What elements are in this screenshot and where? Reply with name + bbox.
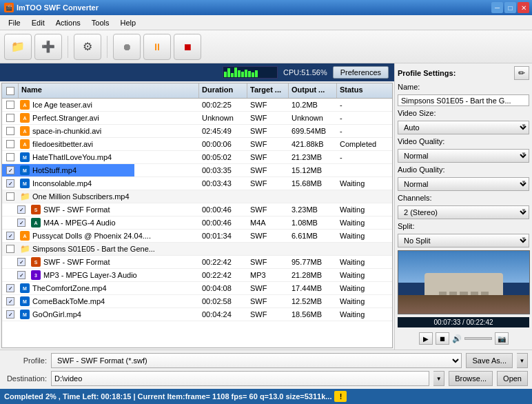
save-as-button[interactable]: Save As... [466, 353, 513, 368]
preview-scene [398, 251, 529, 314]
row-checkbox[interactable] [2, 232, 19, 240]
table-row[interactable]: 3 MP3 - MPEG Layer-3 Audio 00:22:42 MP3 … [2, 269, 392, 282]
file-output: 6.61MB [289, 231, 337, 241]
toolbar-open-button[interactable]: 📁 [4, 34, 32, 60]
file-output [289, 196, 337, 197]
table-row[interactable]: M GoOnGirl.mp4 00:04:24 SWF 18.56MB Wait… [2, 308, 392, 321]
row-checkbox[interactable] [2, 310, 19, 319]
table-row[interactable]: S SWF - SWF Format 00:22:42 SWF 95.77MB … [2, 256, 392, 269]
table-row-folder[interactable]: 📁 Simpsons S01E05 - Bart the Gene... [2, 243, 392, 256]
save-as-arrow-button[interactable]: ▼ [517, 353, 528, 368]
transport-controls: ▶ ⏹ 🔊 📷 [398, 330, 529, 347]
file-status: Waiting [337, 218, 392, 228]
menu-actions[interactable]: Actions [50, 17, 86, 28]
destination-input[interactable] [51, 371, 429, 386]
menu-file[interactable]: File [3, 17, 26, 28]
file-status: Waiting [337, 270, 392, 280]
edit-profile-button[interactable]: ✏ [514, 66, 529, 80]
file-duration: 00:22:42 [199, 257, 247, 267]
toolbar-pause-button[interactable]: ⏸ [143, 34, 171, 60]
split-label: Split: [398, 222, 529, 230]
toolbar-options-button[interactable]: ⚙ [74, 34, 101, 60]
row-checkbox[interactable] [2, 114, 19, 122]
menu-help[interactable]: Help [114, 17, 141, 28]
row-checkbox[interactable] [2, 245, 19, 253]
destination-row: Destination: ▼ Browse... Open [4, 371, 528, 386]
file-target: SWF [247, 179, 289, 188]
play-button[interactable]: ▶ [419, 332, 433, 345]
cpu-segment [234, 68, 237, 77]
destination-arrow-button[interactable]: ▼ [433, 371, 444, 386]
col-header-check[interactable] [2, 83, 19, 98]
row-checkbox[interactable] [2, 140, 19, 148]
row-checkbox[interactable] [2, 153, 19, 161]
table-row[interactable]: S SWF - SWF Format 00:00:46 SWF 3.23MB W… [2, 203, 392, 216]
video-size-select[interactable]: Auto [398, 121, 529, 134]
file-output: 15.68MB [289, 179, 337, 188]
file-duration: 00:00:46 [199, 218, 247, 228]
toolbar-record-button[interactable]: ⏺ [113, 34, 141, 60]
file-duration [199, 196, 247, 197]
file-output: Unknown [289, 113, 337, 123]
row-checkbox[interactable] [2, 101, 19, 109]
cpu-segment [255, 70, 258, 78]
volume-icon: 🔊 [452, 334, 462, 343]
table-row[interactable]: M ComeBackToMe.mp4 00:02:58 SWF 12.52MB … [2, 295, 392, 308]
row-checkbox[interactable] [2, 166, 19, 174]
row-checkbox[interactable] [13, 271, 30, 279]
minimize-button[interactable]: ─ [491, 2, 503, 13]
table-row[interactable]: A M4A - MPEG-4 Audio 00:00:46 M4A 1.08MB… [2, 216, 392, 230]
open-button[interactable]: Open [497, 371, 528, 386]
row-checkbox[interactable] [13, 205, 30, 214]
split-select[interactable]: No Split [398, 234, 529, 248]
preferences-button[interactable]: Preferences [333, 66, 389, 79]
channels-select[interactable]: 2 (Stereo) [398, 205, 529, 219]
row-checkbox[interactable] [2, 127, 19, 135]
profile-row: Profile: SWF - SWF Format (*.swf) Save A… [4, 353, 528, 368]
file-type-icon: M [19, 310, 31, 319]
table-row[interactable]: M HateThatILoveYou.mp4 00:05:02 SWF 21.2… [2, 151, 392, 164]
table-row[interactable]: A Ice Age teaser.avi 00:02:25 SWF 10.2MB… [2, 99, 392, 112]
row-checkbox[interactable] [2, 284, 19, 292]
file-name: SWF - SWF Format [42, 257, 199, 267]
profile-dropdown[interactable]: SWF - SWF Format (*.swf) [51, 353, 462, 368]
table-row-folder[interactable]: 📁 One Million Subscribers.mp4 [2, 190, 392, 203]
row-checkbox[interactable] [2, 179, 19, 188]
file-target: MP3 [247, 270, 289, 280]
stop-button[interactable]: ⏹ [436, 332, 449, 345]
file-output: 1.08MB [289, 218, 337, 228]
camera-button[interactable]: 📷 [495, 332, 509, 345]
close-button[interactable]: ✕ [518, 2, 529, 13]
audio-quality-select[interactable]: Normal [398, 177, 529, 191]
menu-edit[interactable]: Edit [26, 17, 50, 28]
open-folder-icon: 📁 [11, 40, 25, 53]
table-row[interactable]: M TheComfortZone.mp4 00:04:08 SWF 17.44M… [2, 282, 392, 295]
toolbar-add-button[interactable]: ➕ [34, 34, 62, 60]
row-checkbox[interactable] [13, 219, 30, 227]
file-list-body[interactable]: A Ice Age teaser.avi 00:02:25 SWF 10.2MB… [2, 99, 392, 347]
cpu-segment [241, 72, 244, 77]
maximize-button[interactable]: □ [504, 2, 516, 13]
table-row[interactable]: A space-in-chunkid.avi 02:45:49 SWF 699.… [2, 125, 392, 138]
preview-crowd [398, 295, 529, 314]
row-checkbox[interactable] [2, 297, 19, 305]
video-quality-select[interactable]: Normal [398, 149, 529, 163]
volume-slider[interactable] [464, 337, 492, 340]
menu-tools[interactable]: Tools [86, 17, 115, 28]
browse-button[interactable]: Browse... [449, 371, 493, 386]
file-target: SWF [247, 296, 289, 306]
table-row[interactable]: M Inconsolable.mp4 00:03:43 SWF 15.68MB … [2, 177, 392, 190]
row-checkbox[interactable] [2, 192, 19, 201]
toolbar-stop-button[interactable]: ⏹ [174, 34, 201, 60]
folder-icon: 📁 [19, 192, 31, 201]
header-checkbox[interactable] [6, 87, 14, 95]
file-name: M4A - MPEG-4 Audio [42, 218, 199, 228]
table-row[interactable]: A Perfect.Stranger.avi Unknown SWF Unkno… [2, 112, 392, 125]
row-checkbox[interactable] [13, 258, 30, 266]
table-row[interactable]: A filedoesitbetter.avi 00:00:06 SWF 421.… [2, 138, 392, 151]
file-target [247, 248, 289, 250]
preview-area [398, 250, 530, 314]
file-type-icon: M [19, 165, 31, 175]
table-row[interactable]: M HotStuff.mp4 00:03:35 SWF 15.12MB 34% [2, 164, 392, 177]
table-row[interactable]: A Pussycat Dolls @ Phoenix 24.04.... 00:… [2, 230, 392, 243]
